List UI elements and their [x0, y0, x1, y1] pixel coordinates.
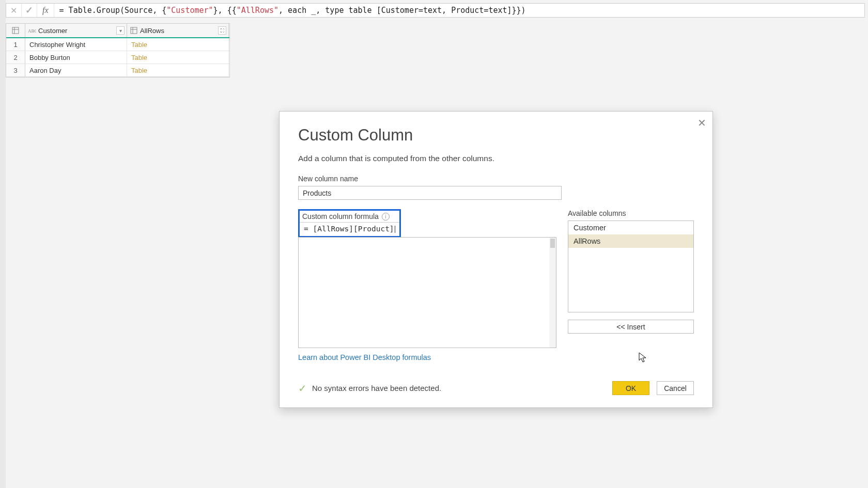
column-header-allrows[interactable]: AllRows [127, 24, 229, 37]
formula-part: "AllRows" [237, 6, 278, 15]
formula-bar: ✕ ✓ fx = Table.Group(Source, {"Customer"… [6, 3, 865, 18]
text-caret [395, 226, 395, 233]
custom-formula-textarea[interactable] [298, 237, 556, 348]
column-expand-button[interactable] [218, 26, 226, 35]
new-column-name-input[interactable] [298, 186, 562, 200]
formula-part: , each _, type table [Customer=text, Pro… [278, 6, 526, 15]
table-icon [12, 27, 19, 34]
table-header-row: ABC Customer ▾ AllRows [6, 24, 229, 38]
formula-cancel-button[interactable]: ✕ [6, 4, 22, 17]
new-column-name-label: New column name [298, 175, 694, 183]
formula-highlight-annotation: Custom column formula i = [AllRows][Prod… [298, 209, 401, 238]
available-columns-list: Customer AllRows [568, 221, 694, 312]
table-row[interactable]: 1 Christopher Wright Table [6, 38, 229, 51]
column-filter-dropdown[interactable]: ▾ [116, 26, 125, 35]
cell-allrows[interactable]: Table [127, 51, 229, 64]
cancel-button[interactable]: Cancel [657, 381, 694, 395]
check-icon: ✓ [298, 382, 307, 395]
ok-button[interactable]: OK [612, 381, 649, 395]
fx-label: fx [37, 4, 54, 17]
left-strip [0, 0, 6, 488]
text-type-icon: ABC [28, 26, 36, 35]
info-icon[interactable]: i [382, 213, 390, 221]
table-type-icon [130, 26, 138, 35]
status-text: No syntax errors have been detected. [312, 384, 441, 392]
dialog-title: Custom Column [298, 126, 694, 145]
available-column-item[interactable]: AllRows [568, 234, 693, 248]
learn-link[interactable]: Learn about Power BI Desktop formulas [298, 353, 560, 361]
column-name: Customer [38, 27, 116, 35]
scrollbar-track[interactable] [549, 238, 556, 348]
available-column-item[interactable]: Customer [568, 221, 693, 234]
scrollbar-thumb[interactable] [550, 239, 555, 248]
syntax-status: ✓ No syntax errors have been detected. [298, 382, 441, 395]
cell-customer[interactable]: Bobby Burton [25, 51, 127, 64]
dialog-subtitle: Add a column that is computed from the o… [298, 154, 694, 163]
svg-rect-0 [12, 27, 19, 34]
formula-part: }, {{ [213, 6, 237, 15]
custom-column-dialog: ✕ Custom Column Add a column that is com… [279, 111, 713, 408]
svg-rect-4 [131, 27, 137, 34]
formula-part: "Customer" [166, 6, 213, 15]
close-icon[interactable]: ✕ [698, 117, 706, 129]
table-row[interactable]: 3 Aaron Day Table [6, 64, 229, 77]
insert-button[interactable]: << Insert [568, 320, 694, 334]
table-row[interactable]: 2 Bobby Burton Table [6, 51, 229, 64]
available-columns-label: Available columns [568, 209, 694, 217]
row-index: 2 [6, 51, 25, 64]
formula-text[interactable]: = Table.Group(Source, {"Customer"}, {{"A… [54, 6, 864, 15]
formula-part: = Table.Group(Source, { [59, 6, 167, 15]
data-preview-table: ABC Customer ▾ AllRows 1 Christopher Wri… [6, 23, 230, 77]
row-index: 3 [6, 64, 25, 76]
custom-formula-label: Custom column formula [302, 212, 379, 221]
svg-text:ABC: ABC [28, 28, 36, 34]
cell-allrows[interactable]: Table [127, 38, 229, 51]
cell-allrows[interactable]: Table [127, 64, 229, 76]
cell-customer[interactable]: Aaron Day [25, 64, 127, 76]
row-index: 1 [6, 38, 25, 51]
column-name: AllRows [140, 27, 218, 35]
cell-customer[interactable]: Christopher Wright [25, 38, 127, 51]
column-header-customer[interactable]: ABC Customer ▾ [25, 24, 127, 37]
custom-formula-value[interactable]: = [AllRows][Product] [300, 222, 399, 236]
formula-content: = [AllRows][Product] [304, 225, 394, 233]
table-corner[interactable] [6, 24, 25, 37]
formula-commit-button[interactable]: ✓ [22, 4, 37, 17]
